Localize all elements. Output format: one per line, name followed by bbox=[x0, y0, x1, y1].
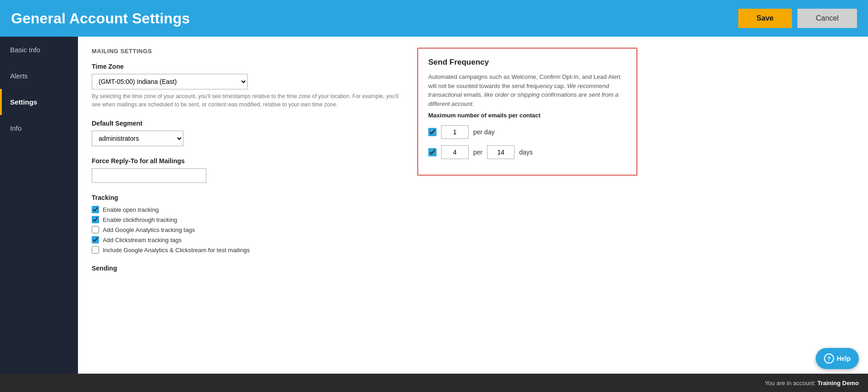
content-area: MAILING SETTINGS Time Zone (GMT-05:00) I… bbox=[78, 37, 868, 374]
help-icon: ? bbox=[824, 353, 834, 364]
send-freq-day-value[interactable] bbox=[441, 125, 469, 139]
ga-clickstream-test-checkbox[interactable] bbox=[92, 246, 99, 254]
send-frequency-description: Automated campaigns such as Welcome, Con… bbox=[428, 72, 626, 108]
sidebar: Basic Info Alerts Settings Info bbox=[0, 37, 78, 374]
clickthrough-tracking-checkbox[interactable] bbox=[92, 216, 99, 223]
google-analytics-checkbox[interactable] bbox=[92, 226, 99, 233]
default-segment-select[interactable]: administrators all contacts subscribers bbox=[92, 131, 183, 146]
clickstream-label: Add Clickstream tracking tags bbox=[103, 237, 182, 243]
account-name: Training Demo bbox=[818, 380, 859, 386]
mailing-settings-title: MAILING SETTINGS bbox=[92, 48, 404, 55]
tracking-field: Tracking Enable open tracking Enable cli… bbox=[92, 194, 404, 254]
force-reply-to-label: Force Reply-To for all Mailings bbox=[92, 157, 404, 165]
sidebar-item-info[interactable]: Info bbox=[0, 115, 78, 141]
send-freq-days-value[interactable] bbox=[487, 145, 514, 159]
time-zone-description: By selecting the time zone of your accou… bbox=[92, 92, 404, 109]
tracking-label: Tracking bbox=[92, 194, 404, 201]
send-frequency-row-2: per days bbox=[428, 145, 626, 159]
default-segment-label: Default Segment bbox=[92, 120, 404, 127]
send-freq-per-label: per bbox=[473, 149, 482, 156]
ga-clickstream-test-label: Include Google Analytics & Clickstream f… bbox=[103, 247, 250, 254]
right-panel: Send Frequency Automated campaigns such … bbox=[417, 48, 637, 363]
default-segment-field: Default Segment administrators all conta… bbox=[92, 120, 404, 146]
clickstream-checkbox[interactable] bbox=[92, 236, 99, 243]
force-reply-to-field: Force Reply-To for all Mailings bbox=[92, 157, 404, 183]
sidebar-item-settings[interactable]: Settings bbox=[0, 89, 78, 115]
force-reply-to-input[interactable] bbox=[92, 168, 206, 183]
help-label: Help bbox=[837, 355, 851, 362]
left-panel: MAILING SETTINGS Time Zone (GMT-05:00) I… bbox=[92, 48, 404, 363]
send-freq-day-checkbox[interactable] bbox=[428, 128, 437, 136]
clickstream-row: Add Clickstream tracking tags bbox=[92, 236, 404, 243]
sidebar-item-alerts[interactable]: Alerts bbox=[0, 63, 78, 89]
help-button[interactable]: ? Help bbox=[816, 348, 859, 369]
footer-text: You are in account: bbox=[765, 380, 816, 386]
header-actions: Save Cancel bbox=[738, 9, 857, 28]
open-tracking-checkbox[interactable] bbox=[92, 206, 99, 213]
open-tracking-label: Enable open tracking bbox=[103, 206, 159, 213]
send-frequency-row-1: per day bbox=[428, 125, 626, 139]
sidebar-item-basic-info[interactable]: Basic Info bbox=[0, 37, 78, 63]
send-frequency-title: Send Frequency bbox=[428, 58, 626, 67]
sending-label: Sending bbox=[92, 265, 404, 272]
send-frequency-max-label: Maximum number of emails per contact bbox=[428, 112, 626, 119]
time-zone-field: Time Zone (GMT-05:00) Indiana (East) (GM… bbox=[92, 63, 404, 109]
send-freq-days-label: days bbox=[519, 149, 533, 156]
time-zone-select[interactable]: (GMT-05:00) Indiana (East) (GMT-05:00) E… bbox=[92, 74, 248, 89]
send-freq-period-checkbox[interactable] bbox=[428, 148, 437, 156]
clickthrough-tracking-label: Enable clickthrough tracking bbox=[103, 216, 177, 223]
send-frequency-box: Send Frequency Automated campaigns such … bbox=[417, 48, 637, 176]
sending-field: Sending bbox=[92, 265, 404, 272]
ga-clickstream-test-row: Include Google Analytics & Clickstream f… bbox=[92, 246, 404, 254]
header: General Account Settings Save Cancel bbox=[0, 0, 868, 37]
page-title: General Account Settings bbox=[11, 10, 190, 27]
footer: You are in account: Training Demo bbox=[0, 374, 868, 392]
time-zone-label: Time Zone bbox=[92, 63, 404, 70]
google-analytics-row: Add Google Analytics tracking tags bbox=[92, 226, 404, 233]
clickthrough-tracking-row: Enable clickthrough tracking bbox=[92, 216, 404, 223]
open-tracking-row: Enable open tracking bbox=[92, 206, 404, 213]
send-freq-period-value[interactable] bbox=[441, 145, 469, 159]
main-layout: Basic Info Alerts Settings Info MAILING … bbox=[0, 37, 868, 374]
send-freq-day-label: per day bbox=[473, 128, 495, 136]
cancel-button[interactable]: Cancel bbox=[797, 9, 857, 28]
google-analytics-label: Add Google Analytics tracking tags bbox=[103, 226, 195, 233]
save-button[interactable]: Save bbox=[738, 9, 792, 28]
